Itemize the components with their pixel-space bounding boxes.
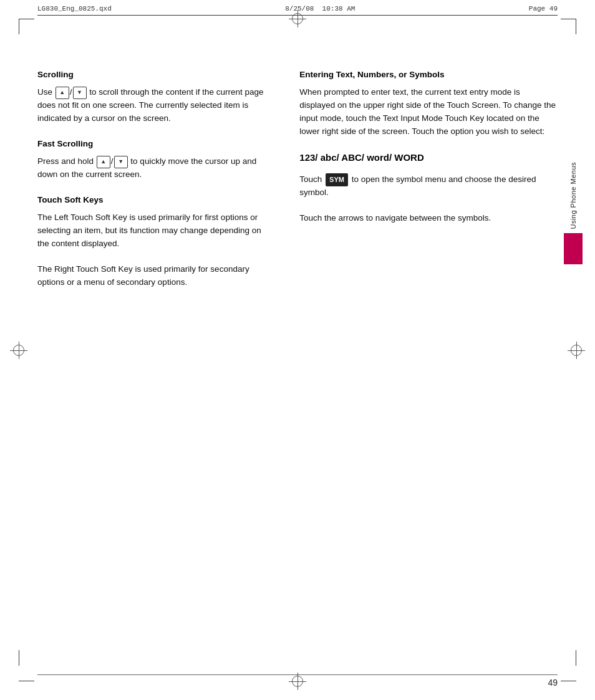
down-arrow-icon xyxy=(73,87,87,99)
fast-up-arrow-icon xyxy=(97,156,110,168)
side-tab-label: Using Phone Menus xyxy=(568,162,579,229)
crop-mark-tr-v xyxy=(576,19,576,34)
header-bar: LG830_Eng_0825.qxd 8/25/08 10:38 AM Page… xyxy=(37,5,558,16)
reg-circle-bottom xyxy=(292,676,303,687)
crop-mark-br-h xyxy=(561,681,576,681)
touch-soft-keys-body1: The Left Touch Soft Key is used primaril… xyxy=(37,211,274,251)
touch-soft-keys-body2: The Right Touch Soft Key is used primari… xyxy=(37,263,274,289)
scrolling-heading: Scrolling xyxy=(37,69,274,81)
touch-soft-keys-heading: Touch Soft Keys xyxy=(37,194,274,206)
reg-circle-left xyxy=(13,345,24,356)
sym-button: SYM xyxy=(326,173,348,186)
page-number: 49 xyxy=(548,678,558,688)
header-filename: LG830_Eng_0825.qxd xyxy=(37,5,112,12)
sym-section-body: Touch SYM to open the symbol menu and ch… xyxy=(299,173,558,199)
entering-text-body: When prompted to enter text, the current… xyxy=(299,86,558,138)
fast-down-arrow-icon xyxy=(114,156,128,168)
header-datetime: 8/25/08 10:38 AM xyxy=(285,5,355,12)
reg-circle-right xyxy=(571,345,582,356)
bottom-rule xyxy=(37,674,558,675)
input-modes-line: 123/ abc/ ABC/ word/ WORD xyxy=(299,151,558,165)
fast-scrolling-body: Press and hold / to quickly move the cur… xyxy=(37,155,274,181)
crop-mark-bl-h xyxy=(19,681,34,681)
crop-mark-tl-h xyxy=(19,19,34,19)
crop-mark-br-v xyxy=(576,650,576,666)
sym-text-before: Touch xyxy=(299,175,322,185)
up-arrow-icon xyxy=(56,87,69,99)
main-content: Scrolling Use / to scroll through the co… xyxy=(37,37,558,663)
side-tab-bar xyxy=(564,233,583,264)
entering-text-heading: Entering Text, Numbers, or Symbols xyxy=(299,69,558,81)
fast-scroll-press-label: Press and hold xyxy=(37,156,94,166)
header-page: Page 49 xyxy=(529,5,558,12)
crop-mark-bl-v xyxy=(19,650,19,666)
crop-mark-tl-v xyxy=(19,19,19,34)
side-tab: Using Phone Menus xyxy=(563,162,584,264)
right-column: Entering Text, Numbers, or Symbols When … xyxy=(287,37,558,663)
fast-scrolling-heading: Fast Scrolling xyxy=(37,138,274,150)
left-column: Scrolling Use / to scroll through the co… xyxy=(37,37,287,663)
navigate-body: Touch the arrows to navigate between the… xyxy=(299,212,558,225)
crop-mark-tr-h xyxy=(561,19,576,19)
scrolling-body: Use / to scroll through the content if t… xyxy=(37,86,274,125)
scrolling-text: to scroll through the content if the cur… xyxy=(37,87,263,123)
use-label: Use xyxy=(37,87,52,97)
